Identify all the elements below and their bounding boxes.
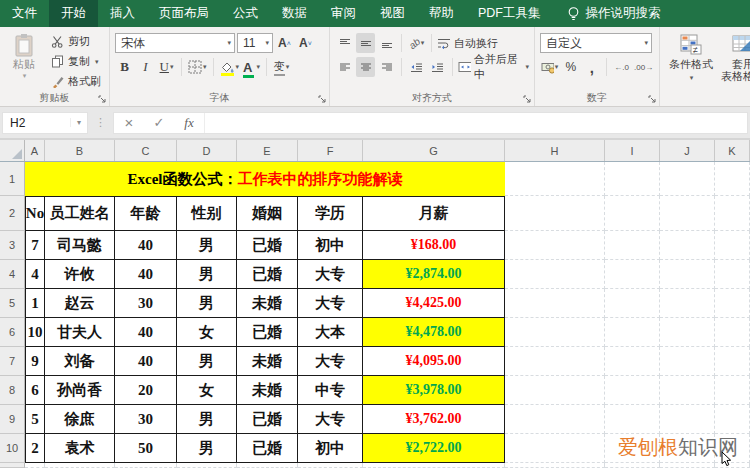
table-cell[interactable]: 中专: [298, 376, 363, 405]
column-header-K[interactable]: K: [715, 140, 750, 161]
empty-cell[interactable]: [605, 231, 660, 260]
table-cell[interactable]: 大专: [298, 405, 363, 434]
empty-cell[interactable]: [505, 376, 605, 405]
table-header-cell[interactable]: 月薪: [363, 196, 505, 231]
orientation-button[interactable]: ab▾: [407, 33, 426, 53]
table-cell[interactable]: 男: [177, 260, 237, 289]
row-header-4[interactable]: 4: [0, 260, 25, 289]
wrap-text-button[interactable]: 自动换行: [437, 36, 498, 51]
empty-cell[interactable]: [715, 260, 750, 289]
table-cell[interactable]: 7: [25, 231, 45, 260]
clipboard-dialog-launcher-icon[interactable]: [98, 95, 107, 104]
empty-cell[interactable]: [505, 260, 605, 289]
empty-cell[interactable]: [25, 463, 45, 468]
empty-cell[interactable]: [115, 463, 177, 468]
table-cell[interactable]: 男: [177, 434, 237, 463]
table-cell[interactable]: 9: [25, 347, 45, 376]
table-header-cell[interactable]: 学历: [298, 196, 363, 231]
column-header-G[interactable]: G: [363, 140, 505, 161]
align-top-button[interactable]: [335, 33, 354, 53]
empty-cell[interactable]: [660, 162, 715, 196]
grow-font-button[interactable]: A˄: [275, 33, 294, 53]
table-header-cell[interactable]: 性别: [177, 196, 237, 231]
font-color-button[interactable]: A ▾: [242, 57, 261, 77]
table-header-cell[interactable]: 员工姓名: [45, 196, 115, 231]
decrease-decimal-icon[interactable]: .00→: [633, 57, 654, 77]
align-middle-button[interactable]: [356, 33, 375, 53]
empty-cell[interactable]: [505, 318, 605, 347]
table-cell[interactable]: 已婚: [237, 260, 298, 289]
salary-cell[interactable]: ¥2,874.00: [363, 260, 505, 289]
table-cell[interactable]: 大专: [298, 289, 363, 318]
row-header-5[interactable]: 5: [0, 289, 25, 318]
empty-cell[interactable]: [605, 318, 660, 347]
table-cell[interactable]: 已婚: [237, 405, 298, 434]
row-header-8[interactable]: 8: [0, 376, 25, 405]
table-cell[interactable]: 男: [177, 347, 237, 376]
empty-cell[interactable]: [660, 196, 715, 231]
cancel-icon[interactable]: ×: [114, 114, 144, 131]
table-cell[interactable]: 50: [115, 434, 177, 463]
empty-cell[interactable]: [715, 162, 750, 196]
salary-cell[interactable]: ¥3,762.00: [363, 405, 505, 434]
merge-center-button[interactable]: 合并后居中 ▾: [458, 52, 529, 82]
empty-cell[interactable]: [298, 463, 363, 468]
table-header-cell[interactable]: 年龄: [115, 196, 177, 231]
format-painter-button[interactable]: 格式刷: [49, 72, 103, 91]
empty-cell[interactable]: [605, 463, 660, 468]
table-cell[interactable]: 女: [177, 318, 237, 347]
insert-function-icon[interactable]: fx: [174, 115, 204, 131]
select-all-corner[interactable]: [0, 140, 25, 161]
accounting-format-button[interactable]: ▾: [540, 57, 559, 77]
table-cell[interactable]: 已婚: [237, 434, 298, 463]
cut-button[interactable]: 剪切: [49, 32, 103, 51]
copy-button[interactable]: 复制 ▾: [49, 52, 103, 71]
empty-cell[interactable]: [505, 289, 605, 318]
column-header-E[interactable]: E: [237, 140, 298, 161]
table-cell[interactable]: 甘夫人: [45, 318, 115, 347]
empty-cell[interactable]: [363, 463, 505, 468]
ribbon-tab-view[interactable]: 视图: [368, 0, 417, 27]
ribbon-tab-file[interactable]: 文件: [0, 0, 49, 27]
ribbon-tab-formulas[interactable]: 公式: [221, 0, 270, 27]
table-cell[interactable]: 大专: [298, 347, 363, 376]
table-cell[interactable]: 初中: [298, 434, 363, 463]
paste-button[interactable]: 粘贴 ▾: [5, 31, 43, 91]
row-header-2[interactable]: 2: [0, 196, 25, 231]
table-cell[interactable]: 已婚: [237, 318, 298, 347]
comma-style-button[interactable]: ,: [582, 57, 601, 77]
empty-cell[interactable]: [505, 463, 605, 468]
column-header-D[interactable]: D: [177, 140, 237, 161]
ribbon-tab-pdf-tools[interactable]: PDF工具集: [466, 0, 553, 27]
empty-cell[interactable]: [605, 405, 660, 434]
table-cell[interactable]: 许攸: [45, 260, 115, 289]
row-header-partial[interactable]: [0, 463, 25, 468]
empty-cell[interactable]: [715, 405, 750, 434]
row-header-7[interactable]: 7: [0, 347, 25, 376]
table-cell[interactable]: 40: [115, 318, 177, 347]
row-header-6[interactable]: 6: [0, 318, 25, 347]
empty-cell[interactable]: [660, 260, 715, 289]
table-cell[interactable]: 男: [177, 405, 237, 434]
bold-button[interactable]: B: [115, 57, 134, 77]
column-header-C[interactable]: C: [115, 140, 177, 161]
ribbon-tab-review[interactable]: 审阅: [319, 0, 368, 27]
empty-cell[interactable]: [505, 405, 605, 434]
number-format-select[interactable]: 自定义 ▾: [540, 33, 652, 53]
table-cell[interactable]: 未婚: [237, 376, 298, 405]
align-center-button[interactable]: [356, 57, 375, 77]
phonetic-guide-button[interactable]: 变 ▾: [272, 57, 291, 77]
title-banner[interactable]: Excel函数公式：工作表中的排序功能解读: [25, 162, 505, 196]
table-cell[interactable]: 大专: [298, 260, 363, 289]
column-header-B[interactable]: B: [45, 140, 115, 161]
table-cell[interactable]: 徐庶: [45, 405, 115, 434]
table-cell[interactable]: 4: [25, 260, 45, 289]
empty-cell[interactable]: [505, 347, 605, 376]
table-cell[interactable]: 初中: [298, 231, 363, 260]
decrease-indent-button[interactable]: [407, 57, 426, 77]
empty-cell[interactable]: [660, 289, 715, 318]
conditional-formatting-button[interactable]: ≠ 条件格式 ▾: [665, 31, 717, 84]
tell-me-search[interactable]: 操作说明搜索: [567, 0, 661, 27]
empty-cell[interactable]: [715, 289, 750, 318]
table-cell[interactable]: 男: [177, 289, 237, 318]
